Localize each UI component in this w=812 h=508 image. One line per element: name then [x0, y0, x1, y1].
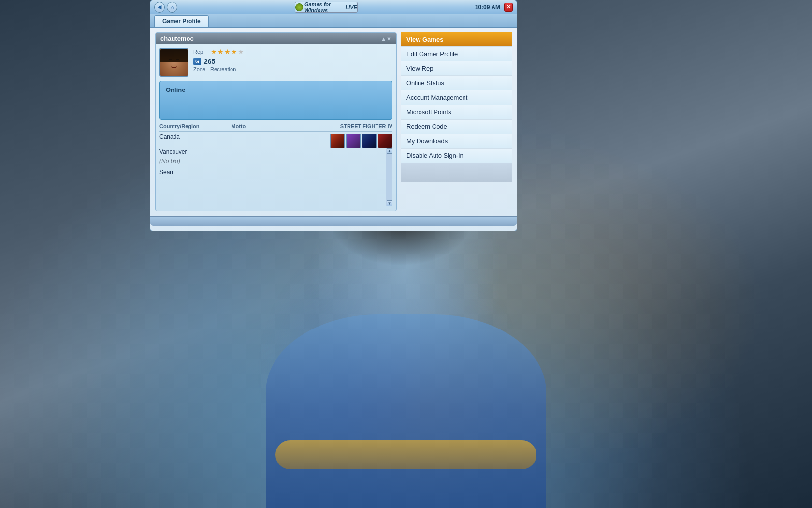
window-body: Gamer Profile chautemoc ▲▼: [150, 14, 517, 231]
menu-item-my-downloads[interactable]: My Downloads: [401, 134, 512, 149]
game-column: [276, 134, 392, 148]
profile-scroll-area: Vancouver (No bio) Sean ▲ ▼: [160, 148, 392, 206]
avatar-eyes: [169, 59, 179, 60]
rep-info: Rep ★ ★ ★ ★ ★ G 265: [193, 48, 392, 72]
bio-column: Canada: [160, 134, 276, 148]
scroll-up-button[interactable]: ▲: [387, 148, 392, 154]
bio-value: (No bio): [160, 158, 180, 164]
menu-item-view-games[interactable]: View Games: [401, 32, 512, 47]
game-header: STREET FIGHTER IV: [303, 123, 392, 129]
menu-item-edit-profile[interactable]: Edit Gamer Profile: [401, 47, 512, 61]
titlebar: ◀ ⌂ Games for Windows LIVE 10:09 AM ✕: [150, 0, 517, 14]
city-value: Vancouver: [160, 149, 187, 155]
profile-values: Canada: [160, 134, 276, 140]
gamertag-name: chautemoc: [160, 35, 194, 42]
star-5: ★: [238, 48, 244, 56]
online-status-text: Online: [166, 86, 185, 93]
screenshot-4: [378, 134, 392, 148]
gamertag-arrows: ▲▼: [381, 36, 392, 42]
realname-value: Sean: [160, 169, 173, 176]
menu-label-edit-profile: Edit Gamer Profile: [406, 50, 458, 58]
country-header: Country/Region: [160, 123, 231, 129]
motto-header: Motto: [231, 123, 303, 129]
profile-info-row: Rep ★ ★ ★ ★ ★ G 265: [156, 44, 396, 81]
zone-value: Recreation: [210, 66, 236, 72]
menu-label-redeem-code: Redeem Code: [406, 123, 447, 130]
profile-col-headers: Country/Region Motto STREET FIGHTER IV: [160, 123, 392, 132]
menu-item-redeem-code[interactable]: Redeem Code: [401, 120, 512, 134]
bg-gold: [276, 440, 536, 469]
back-button[interactable]: ◀: [154, 2, 165, 13]
menu-item-account-management[interactable]: Account Management: [401, 90, 512, 105]
gfw-icon: [295, 3, 303, 11]
profile-values-row: Canada: [160, 134, 392, 148]
gfw-logo-box: Games for Windows LIVE: [295, 2, 358, 13]
menu-label-view-games: View Games: [406, 36, 443, 43]
zone-label: Zone: [193, 66, 205, 72]
tab-gamer-profile[interactable]: Gamer Profile: [154, 15, 209, 27]
star-3: ★: [224, 48, 231, 56]
profile-data: Country/Region Motto STREET FIGHTER IV C…: [156, 123, 396, 206]
score-display: 265: [204, 58, 215, 65]
menu-label-account-management: Account Management: [406, 94, 467, 101]
stars-display: ★ ★ ★ ★ ★: [211, 48, 244, 56]
titlebar-nav: ◀ ⌂: [154, 2, 177, 13]
zone-label-row: Zone Recreation: [193, 66, 392, 72]
country-value: Canada: [160, 134, 218, 140]
rep-row: Rep ★ ★ ★ ★ ★: [193, 48, 392, 56]
profile-panel: chautemoc ▲▼: [155, 32, 397, 211]
home-button[interactable]: ⌂: [167, 2, 177, 13]
avatar-eye-right: [176, 59, 179, 60]
menu-label-disable-autosign: Disable Auto Sign-In: [406, 152, 464, 159]
back-icon: ◀: [158, 4, 161, 10]
online-status-box: Online: [160, 81, 392, 120]
menu-item-microsoft-points[interactable]: Microsoft Points: [401, 105, 512, 120]
scroll-down-button[interactable]: ▼: [387, 200, 392, 206]
profile-city: Vancouver: [160, 148, 392, 155]
titlebar-controls: 10:09 AM ✕: [475, 3, 513, 12]
time-display: 10:09 AM: [475, 4, 500, 11]
avatar-eye-left: [169, 59, 172, 60]
g-badge: G: [193, 58, 201, 65]
motto-value: [218, 134, 276, 140]
menu-label-microsoft-points: Microsoft Points: [406, 108, 451, 116]
star-2: ★: [218, 48, 224, 56]
scrollbar[interactable]: ▲ ▼: [386, 148, 392, 206]
game-screenshots: [276, 134, 392, 148]
menu-label-my-downloads: My Downloads: [406, 137, 448, 145]
screenshot-1: [330, 134, 345, 148]
close-icon: ✕: [507, 4, 511, 10]
avatar: [160, 48, 188, 77]
bg-outfit: [266, 314, 546, 508]
rep-label: Rep: [193, 49, 208, 55]
menu-label-online-status: Online Status: [406, 79, 444, 87]
tab-bar: Gamer Profile: [150, 14, 517, 28]
menu-item-online-status[interactable]: Online Status: [401, 76, 512, 90]
zone-row: G 265: [193, 58, 392, 65]
menu-spacer: [401, 163, 512, 182]
bottom-bar: [150, 216, 517, 226]
menu-item-view-rep[interactable]: View Rep: [401, 61, 512, 76]
titlebar-logo: Games for Windows LIVE: [295, 2, 358, 13]
main-window: ◀ ⌂ Games for Windows LIVE 10:09 AM ✕ Ga…: [150, 0, 517, 231]
close-button[interactable]: ✕: [504, 3, 513, 12]
gamertag-header: chautemoc ▲▼: [156, 33, 396, 44]
content-area: chautemoc ▲▼: [150, 28, 517, 216]
screenshot-3: [362, 134, 377, 148]
menu-panel: View Games Edit Gamer Profile View Rep O…: [401, 32, 512, 211]
menu-label-view-rep: View Rep: [406, 65, 433, 72]
logo-suffix: LIVE: [345, 4, 357, 10]
logo-text: Games for Windows: [304, 1, 344, 13]
star-4: ★: [231, 48, 237, 56]
screenshot-2: [346, 134, 361, 148]
home-icon: ⌂: [171, 4, 174, 10]
star-1: ★: [211, 48, 217, 56]
menu-item-disable-autosign[interactable]: Disable Auto Sign-In: [401, 149, 512, 163]
